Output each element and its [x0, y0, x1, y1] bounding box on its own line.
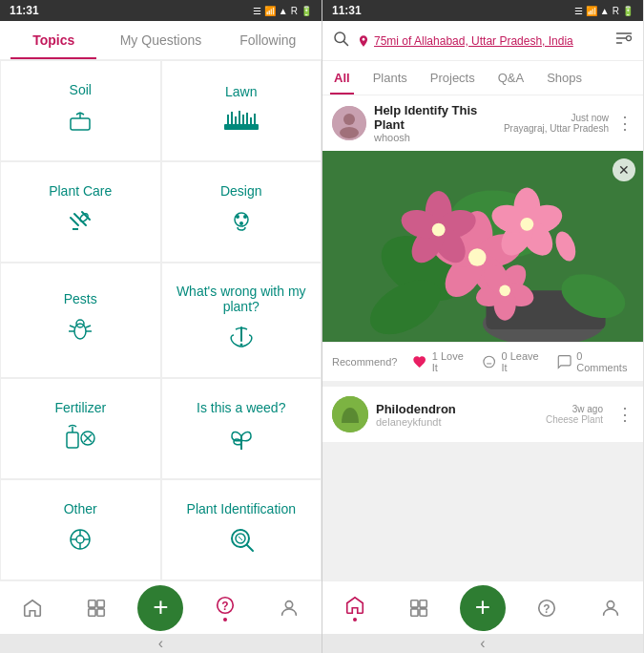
tab-my-questions[interactable]: My Questions	[107, 21, 214, 59]
nav-questions-right[interactable]: ?	[524, 587, 570, 629]
post-2-title: Philodendron	[376, 402, 538, 416]
nav-questions-left[interactable]: ?	[202, 587, 248, 629]
post-2-extra: Cheese Plant	[546, 414, 603, 425]
time-right: 11:31	[332, 4, 362, 17]
tab-projects[interactable]: Projects	[419, 61, 487, 95]
search-icon[interactable]	[332, 30, 349, 52]
comments-button[interactable]: 0 Comments	[557, 350, 634, 373]
topic-plant-id[interactable]: Plant Identification	[162, 480, 322, 579]
recommend-label: Recommend?	[332, 356, 397, 368]
svg-line-51	[343, 41, 347, 45]
svg-rect-98	[420, 608, 426, 615]
topic-pests[interactable]: Pests	[1, 263, 160, 378]
tab-following[interactable]: Following	[215, 21, 322, 59]
bottom-nav-right: + ?	[322, 580, 643, 634]
svg-line-23	[86, 326, 91, 327]
topic-soil-label: Soil	[70, 82, 92, 97]
svg-point-13	[79, 212, 90, 222]
svg-point-34	[76, 536, 84, 543]
svg-rect-95	[411, 600, 418, 606]
topic-is-weed-label: Is this a weed?	[197, 400, 285, 415]
topic-lawn[interactable]: Lawn	[162, 61, 322, 160]
nav-add-left[interactable]: +	[137, 585, 183, 631]
svg-point-26	[239, 344, 242, 347]
topic-other[interactable]: Other	[1, 480, 160, 579]
post-1-user: whoosh	[374, 132, 496, 143]
search-bar: 75mi of Allahabad, Uttar Pradesh, India	[322, 21, 643, 61]
comments-count: 0 Comments	[576, 350, 634, 373]
nav-profile-left[interactable]	[266, 587, 312, 629]
leave-button[interactable]: 0 Leave It	[482, 350, 546, 373]
svg-point-16	[236, 215, 239, 219]
svg-rect-45	[89, 608, 95, 615]
left-phone: 11:31 ☰ 📶 ▲ R 🔋 Topics My Questions Foll…	[0, 0, 322, 653]
topic-soil[interactable]: Soil	[1, 61, 160, 160]
svg-point-17	[243, 215, 247, 219]
svg-point-88	[499, 285, 510, 297]
tab-topics[interactable]: Topics	[0, 21, 107, 59]
svg-point-57	[343, 114, 355, 125]
topic-is-weed[interactable]: Is this a weed?	[162, 379, 322, 478]
topic-other-label: Other	[64, 501, 97, 516]
whats-wrong-icon	[226, 322, 257, 356]
tab-shops[interactable]: Shops	[535, 61, 593, 95]
nav-home-left[interactable]	[10, 587, 55, 629]
status-bar-right: 11:31 ☰ 📶 ▲ R 🔋	[322, 0, 643, 21]
topic-lawn-label: Lawn	[225, 84, 257, 99]
status-icons-left: ☰ 📶 ▲ R 🔋	[253, 6, 312, 16]
status-bar-left: 11:31 ☰ 📶 ▲ R 🔋	[0, 0, 322, 21]
svg-point-82	[432, 223, 446, 237]
feed: Help Identify This Plant whoosh Just now…	[322, 95, 643, 580]
close-post-icon[interactable]: ✕	[613, 158, 635, 181]
post-1-image: ✕	[322, 151, 643, 342]
post-1-more-icon[interactable]: ⋮	[616, 113, 634, 134]
svg-rect-0	[71, 118, 90, 130]
topic-pests-label: Pests	[64, 291, 97, 306]
svg-rect-43	[89, 600, 95, 606]
svg-point-101	[608, 600, 614, 607]
filter-icon[interactable]	[614, 29, 634, 53]
plant-care-icon	[65, 206, 95, 241]
leave-count: 0 Leave It	[502, 350, 546, 373]
svg-point-76	[520, 218, 533, 231]
svg-point-19	[74, 324, 86, 339]
topic-design[interactable]: Design	[162, 162, 322, 262]
nav-garden-left[interactable]	[73, 587, 119, 629]
post-2-user: delaneykfundt	[376, 416, 538, 428]
location-area[interactable]: 75mi of Allahabad, Uttar Pradesh, India	[357, 34, 607, 48]
nav-add-right[interactable]: +	[460, 585, 506, 631]
post-1-title: Help Identify This Plant	[374, 103, 496, 132]
is-weed-icon	[226, 423, 257, 457]
svg-line-21	[70, 326, 74, 327]
topic-whats-wrong[interactable]: What's wrong with my plant?	[162, 263, 322, 378]
post-1-meta: Help Identify This Plant whoosh	[374, 103, 496, 143]
nav-home-right[interactable]	[332, 587, 378, 629]
svg-point-70	[468, 248, 487, 266]
tab-all[interactable]: All	[322, 61, 362, 95]
status-icons-right: ☰ 📶 ▲ R 🔋	[574, 6, 634, 16]
design-icon	[226, 206, 257, 241]
post-1-actions: Recommend? 1 Love It 0 Leave It 0 Commen…	[322, 342, 643, 381]
love-count: 1 Love It	[432, 350, 470, 373]
post-1-location: Prayagraj, Uttar Pradesh	[504, 123, 609, 134]
location-text: 75mi of Allahabad, Uttar Pradesh, India	[374, 34, 607, 48]
nav-garden-right[interactable]	[396, 587, 442, 629]
post-2-avatar	[332, 396, 368, 432]
fertilizer-icon	[63, 423, 97, 457]
post-2-more-icon[interactable]: ⋮	[616, 404, 634, 425]
topic-design-label: Design	[220, 183, 262, 199]
svg-point-18	[239, 221, 243, 225]
svg-rect-4	[224, 124, 259, 130]
post-card-2: Philodendron delaneykfundt 3w ago Cheese…	[322, 387, 643, 442]
topic-fertilizer[interactable]: Fertilizer	[1, 379, 160, 478]
main-tabs-left: Topics My Questions Following	[0, 21, 322, 60]
topic-plant-care[interactable]: Plant Care	[1, 162, 160, 262]
love-button[interactable]: 1 Love It	[412, 350, 470, 373]
nav-profile-right[interactable]	[588, 587, 634, 629]
svg-rect-46	[97, 608, 104, 615]
svg-point-49	[286, 600, 293, 607]
plant-id-icon	[226, 524, 257, 558]
tab-plants[interactable]: Plants	[362, 61, 419, 95]
topic-whats-wrong-label: What's wrong with my plant?	[170, 284, 314, 314]
tab-qa[interactable]: Q&A	[487, 61, 535, 95]
